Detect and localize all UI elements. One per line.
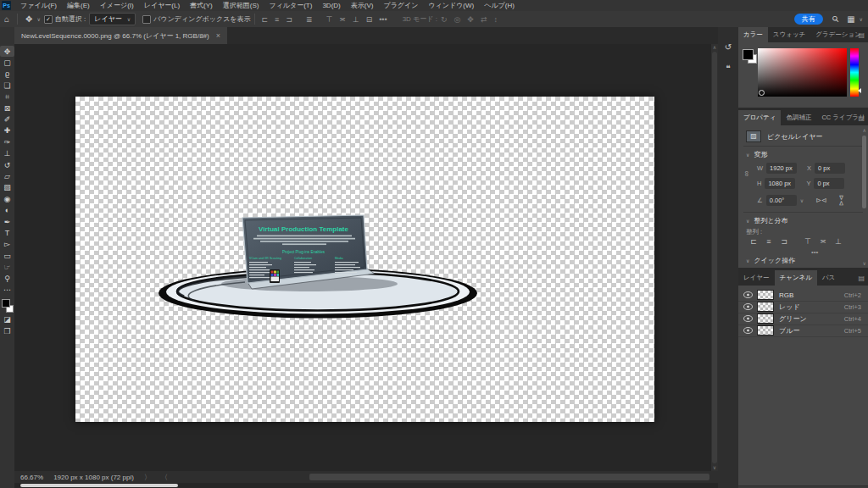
menu-type[interactable]: 書式(Y) [186, 0, 217, 11]
align-center-h-icon[interactable]: ≡ [761, 237, 776, 246]
menu-help[interactable]: ヘルプ(H) [480, 0, 519, 11]
quick-actions-section-header[interactable]: ∨ クイック操作 [746, 256, 795, 265]
menu-3d[interactable]: 3D(D) [318, 0, 344, 11]
color-picker-cursor[interactable] [759, 90, 765, 96]
more-align-options-icon[interactable]: ••• [376, 15, 390, 24]
eyedropper-tool[interactable]: ✐ [0, 114, 14, 125]
tab-properties[interactable]: プロパティ [738, 110, 781, 125]
width-field[interactable]: 1920 px [766, 163, 797, 174]
visibility-eye-icon[interactable] [743, 327, 753, 334]
visibility-eye-icon[interactable] [743, 291, 753, 298]
y-field[interactable]: 0 px [814, 178, 844, 189]
flip-horizontal-icon[interactable]: ⊳⊲ [815, 197, 826, 204]
align-distribute-section-header[interactable]: ∨ 整列と分布 [746, 216, 788, 225]
canvas-transparent-document[interactable]: Virtual Production Template Project Plug… [75, 97, 654, 422]
document-tab[interactable]: NewLevelSequence.0000.png @ 66.7% (レイヤー … [14, 27, 227, 44]
auto-select-checkbox[interactable]: ✓ [44, 15, 53, 24]
hue-slider[interactable] [850, 48, 859, 97]
align-center-v-icon[interactable]: ≍ [336, 15, 349, 24]
history-brush-tool[interactable]: ↺ [0, 159, 14, 170]
menu-edit[interactable]: 編集(E) [63, 0, 94, 11]
hand-tool[interactable]: ☞ [0, 261, 14, 272]
bounding-box-checkbox[interactable] [142, 15, 151, 24]
dodge-tool[interactable]: ◐ [0, 204, 14, 215]
auto-select-dropdown[interactable]: レイヤー ∨ [89, 13, 136, 25]
more-align-icon[interactable]: ••• [811, 248, 818, 256]
rectangle-tool[interactable]: ▭ [0, 250, 14, 261]
lasso-tool[interactable]: ϱ [0, 69, 14, 80]
move-tool[interactable]: ✥ [0, 46, 14, 57]
align-left-icon[interactable]: ⊏ [259, 15, 272, 24]
channel-row-green[interactable]: グリーン Ctrl+4 [738, 313, 868, 325]
tab-layers[interactable]: レイヤー [738, 270, 775, 286]
pen-tool[interactable]: ✒ [0, 216, 14, 227]
scroll-up-icon[interactable]: ∧ [713, 44, 716, 51]
gradient-tool[interactable]: ▧ [0, 182, 14, 193]
align-bottom-icon[interactable]: ⊥ [831, 237, 846, 246]
panel-menu-icon[interactable]: ▤ [858, 114, 865, 122]
horizontal-scroll-track[interactable] [309, 474, 709, 480]
menu-image[interactable]: イメージ(I) [96, 0, 138, 11]
workspace-chevron-icon[interactable]: ∨ [860, 16, 863, 22]
close-tab-icon[interactable]: × [216, 31, 220, 40]
home-icon[interactable]: ⌂ [0, 14, 14, 24]
menu-layer[interactable]: レイヤー(L) [140, 0, 184, 11]
clone-stamp-tool[interactable]: ⊥ [0, 148, 14, 159]
menu-file[interactable]: ファイル(F) [16, 0, 61, 11]
comments-panel-icon[interactable]: ❝ [726, 64, 730, 73]
align-top-icon[interactable]: ⊤ [800, 237, 815, 246]
canvas-viewport[interactable]: Virtual Production Template Project Plug… [14, 44, 711, 471]
crop-tool[interactable]: ⌗ [0, 92, 14, 103]
zoom-level-field[interactable]: 66.67% [20, 474, 43, 481]
height-field[interactable]: 1080 px [765, 178, 795, 189]
channel-row-red[interactable]: レッド Ctrl+3 [738, 301, 868, 313]
workspace-switcher-icon[interactable]: ▦ [843, 14, 859, 24]
menu-view[interactable]: 表示(V) [347, 0, 378, 11]
visibility-eye-icon[interactable] [743, 303, 753, 310]
panel-scroll-thumb[interactable] [862, 136, 866, 208]
align-top-icon[interactable]: ⊤ [322, 15, 336, 24]
color-panel-swatches[interactable] [743, 49, 758, 64]
status-options-chevron-icon[interactable]: 〉 [144, 473, 151, 482]
tab-paths[interactable]: パス [817, 270, 840, 286]
edit-toolbar-icon[interactable]: ⋯ [0, 284, 14, 295]
align-right-icon[interactable]: ⊐ [776, 237, 792, 246]
blur-tool[interactable]: ◉ [0, 193, 14, 204]
scroll-down-icon[interactable]: ∨ [713, 464, 716, 471]
foreground-color-swatch[interactable] [2, 299, 10, 308]
search-icon[interactable]: ⚲ [826, 10, 843, 27]
x-field[interactable]: 0 px [815, 163, 845, 174]
foreground-background-swatches[interactable] [0, 297, 14, 314]
align-center-v-icon[interactable]: ≍ [815, 237, 831, 246]
tab-swatches[interactable]: スウォッチ [768, 27, 810, 42]
panel-menu-icon[interactable]: ▤ [858, 31, 865, 39]
foreground-color-swatch[interactable] [743, 49, 754, 60]
transform-section-header[interactable]: ∨ 変形 [746, 150, 767, 159]
tab-adjustments[interactable]: 色調補正 [781, 110, 816, 125]
channel-row-blue[interactable]: ブルー Ctrl+5 [738, 324, 868, 337]
align-bottom-icon[interactable]: ⊥ [349, 15, 363, 24]
tool-preset-chevron-icon[interactable]: ∨ [36, 16, 40, 22]
channel-row-rgb[interactable]: RGB Ctrl+2 [738, 289, 868, 302]
object-selection-tool[interactable]: ❏ [0, 80, 14, 91]
align-left-icon[interactable]: ⊏ [746, 237, 761, 246]
move-tool-icon[interactable]: ✥ [21, 14, 36, 24]
horizontal-scrollbar[interactable] [14, 483, 718, 488]
distribute-v-icon[interactable]: ⊟ [363, 15, 376, 24]
flip-vertical-icon[interactable]: ⊳⊲ [837, 195, 845, 206]
eraser-tool[interactable]: ▱ [0, 170, 14, 181]
horizontal-scroll-thumb[interactable] [20, 484, 178, 487]
screen-mode-button[interactable]: ❐ [0, 325, 14, 336]
visibility-eye-icon[interactable] [743, 315, 753, 322]
panel-scroll-down-icon[interactable]: ∨ [863, 260, 866, 266]
distribute-h-icon[interactable]: ≣ [303, 15, 316, 24]
type-tool[interactable]: T [0, 227, 14, 238]
angle-dropdown-chevron-icon[interactable]: ∨ [800, 197, 804, 203]
menu-filter[interactable]: フィルター(T) [264, 0, 316, 11]
hue-slider-marker[interactable] [858, 88, 861, 93]
rotation-angle-field[interactable]: 0.00° [766, 195, 797, 206]
share-button[interactable]: 共有 [794, 14, 823, 25]
path-selection-tool[interactable]: ▻ [0, 239, 14, 250]
saturation-brightness-picker[interactable] [758, 48, 847, 97]
panel-menu-icon[interactable]: ▤ [858, 274, 865, 282]
